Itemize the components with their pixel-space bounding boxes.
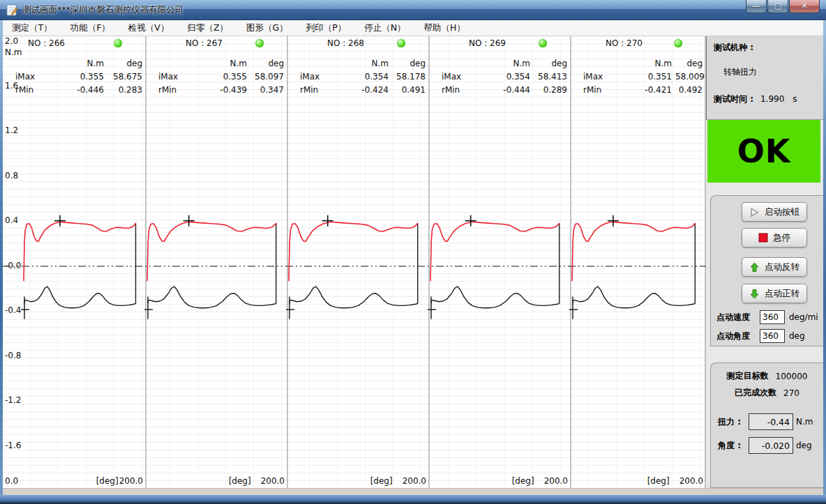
window-frame-left — [0, 20, 3, 495]
status-led-icon — [255, 39, 264, 47]
col-header-nm: N.m — [324, 59, 392, 68]
rmin-label: rMin — [287, 85, 324, 95]
imax-nm: 0.354 — [465, 72, 534, 82]
rmin-nm: -0.446 — [39, 85, 107, 95]
torque-label: 扭力 : — [718, 416, 749, 428]
col-header-deg: deg — [392, 59, 429, 68]
x-axis-unit: [deg] — [512, 476, 534, 486]
panel-no: NO : 269 — [469, 38, 506, 48]
arrow-up-icon — [749, 262, 760, 273]
window-frame-right — [823, 20, 826, 495]
rmin-nm: -0.421 — [607, 85, 675, 95]
rmin-deg: 0.283 — [107, 85, 146, 95]
status-led-icon — [539, 39, 547, 47]
imax-deg: 58.413 — [534, 72, 571, 82]
menu-stop[interactable]: 停止（N） — [355, 20, 414, 36]
col-header-nm: N.m — [39, 59, 107, 68]
col-header-nm: N.m — [182, 59, 250, 68]
play-icon — [749, 207, 760, 217]
target-count-label: 测定目标数 — [727, 370, 769, 382]
minimize-button[interactable]: — — [746, 0, 767, 13]
app-window: 测试画面***深圳市磐石测控仪器有限公司 — ▢ ✕ 测定（T） 功能（F） 检… — [0, 0, 826, 504]
imax-nm: 0.355 — [39, 72, 107, 82]
menu-measure[interactable]: 测定（T） — [3, 20, 61, 36]
jog-reverse-button[interactable]: 点动反转 — [742, 257, 807, 277]
x-axis-unit: [deg] — [647, 476, 670, 486]
imax-nm: 0.355 — [182, 72, 250, 82]
angle-label: 角度 : — [718, 440, 749, 452]
test-panel-266: NO : 266 N.mdeg iMax0.35558.675 rMin-0.4… — [3, 36, 146, 488]
imax-label: iMax — [287, 72, 324, 82]
close-button[interactable]: ✕ — [789, 0, 820, 13]
jog-angle-unit: deg — [789, 331, 805, 341]
panel-no: NO : 266 — [28, 38, 65, 48]
test-info-panel: 测试机种 : 转轴扭力 测试时间 :1.990s — [706, 36, 823, 120]
status-led-icon — [114, 39, 122, 47]
menu-bar: 测定（T） 功能（F） 检视（V） 归零（Z） 图形（G） 列印（P） 停止（N… — [3, 20, 823, 36]
x-axis-unit: [deg] — [370, 476, 393, 486]
col-header-deg: deg — [675, 59, 706, 68]
arrow-down-icon — [749, 289, 760, 299]
imax-deg: 58.675 — [107, 72, 146, 82]
emergency-stop-button[interactable]: 急停 — [742, 228, 807, 247]
x-axis-max: 200.0 — [544, 476, 568, 486]
menu-view[interactable]: 检视（V） — [119, 20, 179, 36]
jog-speed-unit: deg/mi — [789, 312, 818, 322]
panel-no: NO : 270 — [606, 38, 643, 48]
col-header-deg: deg — [534, 59, 571, 68]
menu-print[interactable]: 列印（P） — [297, 20, 356, 36]
stop-icon — [758, 233, 768, 243]
menu-help[interactable]: 帮助（H） — [415, 20, 474, 36]
rmin-deg: 0.492 — [675, 85, 706, 95]
jog-angle-input[interactable] — [760, 329, 785, 343]
maximize-button[interactable]: ▢ — [767, 0, 788, 13]
control-sidebar: 测试机种 : 转轴扭力 测试时间 :1.990s OK 启动按钮 急停 点动反转 — [706, 36, 823, 488]
imax-deg: 58.097 — [250, 72, 287, 82]
imax-nm: 0.354 — [324, 72, 392, 82]
jog-forward-button[interactable]: 点动正转 — [742, 284, 807, 303]
test-panel-270: NO : 270 N.mdeg iMax0.35158.009 rMin-0.4… — [571, 36, 706, 488]
imax-nm: 0.351 — [607, 72, 675, 82]
rmin-deg: 0.347 — [250, 85, 287, 95]
x-axis-max: 200.0 — [403, 476, 426, 486]
rmin-label: rMin — [3, 85, 39, 95]
rmin-deg: 0.289 — [534, 85, 571, 95]
jog-speed-label: 点动速度 — [716, 312, 760, 323]
machine-type-value: 转轴扭力 — [723, 66, 823, 78]
rmin-nm: -0.424 — [324, 85, 392, 95]
status-led-icon — [674, 39, 682, 47]
panel-no: NO : 268 — [327, 38, 364, 48]
x-axis-max: 200.0 — [119, 476, 143, 486]
completed-count-label: 已完成次数 — [735, 387, 776, 399]
col-header-nm: N.m — [607, 59, 675, 68]
torque-unit: N.m — [796, 417, 813, 427]
menu-zero[interactable]: 归零（Z） — [178, 20, 237, 36]
col-header-nm: N.m — [465, 59, 534, 68]
test-time-value: 1.990 — [760, 94, 784, 104]
test-panel-268: NO : 268 N.mdeg iMax0.35458.178 rMin-0.4… — [287, 36, 429, 488]
start-button[interactable]: 启动按钮 — [742, 202, 807, 222]
rmin-label: rMin — [146, 85, 182, 95]
test-panel-267: NO : 267 N.mdeg iMax0.35558.097 rMin-0.4… — [146, 36, 287, 488]
completed-count-value: 270 — [783, 388, 799, 398]
control-panel: 启动按钮 急停 点动反转 点动正转 点动速度 deg/mi — [710, 195, 823, 346]
col-header-deg: deg — [107, 59, 146, 68]
x-axis-max: 200.0 — [261, 476, 285, 486]
imax-label: iMax — [3, 72, 39, 82]
panel-no: NO : 267 — [186, 38, 223, 48]
menu-graph[interactable]: 图形（G） — [237, 20, 297, 36]
test-panel-269: NO : 269 N.mdeg iMax0.35458.413 rMin-0.4… — [429, 36, 571, 488]
menu-function[interactable]: 功能（F） — [61, 20, 119, 36]
imax-deg: 58.009 — [675, 72, 708, 82]
test-time-unit: s — [793, 94, 797, 104]
chart-region: 2.0 N.m 1.6 1.2 0.8 0.4 -0.0 -0.4 -0.8 -… — [3, 36, 706, 488]
angle-unit: deg — [796, 441, 812, 450]
status-led-icon — [397, 39, 405, 47]
status-strip — [3, 488, 823, 495]
rmin-label: rMin — [429, 85, 465, 95]
col-header-deg: deg — [250, 59, 287, 68]
x-axis-max: 200.0 — [679, 476, 703, 486]
imax-label: iMax — [146, 72, 182, 82]
jog-speed-input[interactable] — [760, 310, 785, 324]
imax-deg: 58.178 — [392, 72, 429, 82]
